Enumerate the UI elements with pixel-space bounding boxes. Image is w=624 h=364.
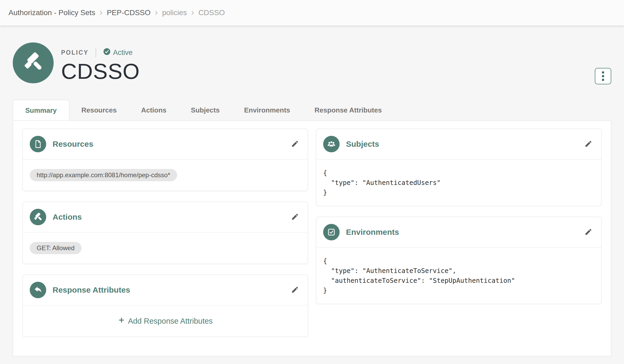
resource-tag: http://app.example.com:8081/home/pep-cds… bbox=[30, 169, 177, 181]
response-attributes-card: Response Attributes bbox=[23, 275, 308, 337]
breadcrumb-pep-cdsso[interactable]: PEP-CDSSO bbox=[107, 8, 151, 17]
pencil-icon bbox=[291, 140, 299, 149]
pencil-icon bbox=[291, 286, 299, 294]
breadcrumb: Authorization - Policy Sets › PEP-CDSSO … bbox=[8, 8, 225, 18]
tab-subjects[interactable]: Subjects bbox=[179, 100, 232, 120]
gavel-icon bbox=[23, 52, 44, 74]
check-square-icon bbox=[323, 224, 340, 240]
pencil-icon bbox=[291, 213, 299, 222]
tab-environments[interactable]: Environments bbox=[232, 100, 302, 120]
add-response-attributes-label: Add Response Attributes bbox=[128, 317, 213, 326]
edit-response-attributes-button[interactable] bbox=[289, 284, 301, 296]
subjects-card: Subjects { "type": "AuthenticatedUsers" … bbox=[316, 129, 601, 206]
policy-header: POLICY Active CDSSO bbox=[13, 42, 611, 84]
chevron-right-icon: › bbox=[155, 7, 158, 17]
subjects-card-title: Subjects bbox=[346, 140, 379, 149]
tab-summary[interactable]: Summary bbox=[13, 100, 69, 120]
divider bbox=[96, 48, 96, 57]
breadcrumb-bar: Authorization - Policy Sets › PEP-CDSSO … bbox=[0, 0, 624, 25]
chevron-right-icon: › bbox=[191, 7, 194, 17]
resources-card-title: Resources bbox=[53, 140, 93, 149]
summary-panel: Resources http://app.example.com:8081/ho… bbox=[13, 120, 611, 356]
right-column: Subjects { "type": "AuthenticatedUsers" … bbox=[316, 129, 601, 337]
actions-card: Actions GET: Allowed bbox=[23, 202, 308, 264]
policy-avatar bbox=[13, 42, 54, 83]
plus-icon bbox=[118, 317, 128, 326]
status-badge: Active bbox=[103, 48, 133, 57]
status-label: Active bbox=[113, 49, 133, 57]
tab-response-attributes[interactable]: Response Attributes bbox=[302, 100, 394, 120]
users-icon bbox=[323, 136, 340, 152]
left-column: Resources http://app.example.com:8081/ho… bbox=[23, 129, 308, 337]
page-title: CDSSO bbox=[61, 60, 140, 83]
file-icon bbox=[30, 136, 46, 152]
edit-actions-button[interactable] bbox=[289, 211, 301, 223]
action-tag: GET: Allowed bbox=[30, 242, 82, 254]
breadcrumb-current: CDSSO bbox=[198, 8, 225, 17]
tab-bar: Summary Resources Actions Subjects Envir… bbox=[13, 100, 611, 120]
subjects-json: { "type": "AuthenticatedUsers" } bbox=[323, 168, 594, 197]
resources-card: Resources http://app.example.com:8081/ho… bbox=[23, 129, 308, 191]
pencil-icon bbox=[584, 140, 592, 149]
actions-card-title: Actions bbox=[53, 213, 82, 222]
chevron-right-icon: › bbox=[100, 7, 102, 17]
reply-arrow-icon bbox=[30, 282, 46, 298]
environments-card-title: Environments bbox=[346, 228, 399, 237]
edit-environments-button[interactable] bbox=[583, 226, 594, 238]
gavel-icon bbox=[30, 209, 46, 225]
breadcrumb-policy-sets[interactable]: Authorization - Policy Sets bbox=[8, 8, 95, 17]
policy-type-label: POLICY bbox=[61, 49, 89, 56]
environments-json: { "type": "AuthenticateToService", "auth… bbox=[323, 256, 594, 295]
check-circle-icon bbox=[103, 48, 113, 57]
breadcrumb-policies[interactable]: policies bbox=[162, 8, 187, 17]
edit-resources-button[interactable] bbox=[289, 138, 301, 150]
response-attributes-card-title: Response Attributes bbox=[53, 285, 130, 294]
tab-resources[interactable]: Resources bbox=[69, 100, 129, 120]
pencil-icon bbox=[584, 228, 592, 237]
add-response-attributes-link[interactable]: Add Response Attributes bbox=[118, 317, 213, 326]
environments-card: Environments { "type": "AuthenticateToSe… bbox=[316, 217, 601, 304]
edit-subjects-button[interactable] bbox=[583, 138, 594, 150]
tab-actions[interactable]: Actions bbox=[129, 100, 178, 120]
more-actions-button[interactable] bbox=[595, 68, 611, 84]
